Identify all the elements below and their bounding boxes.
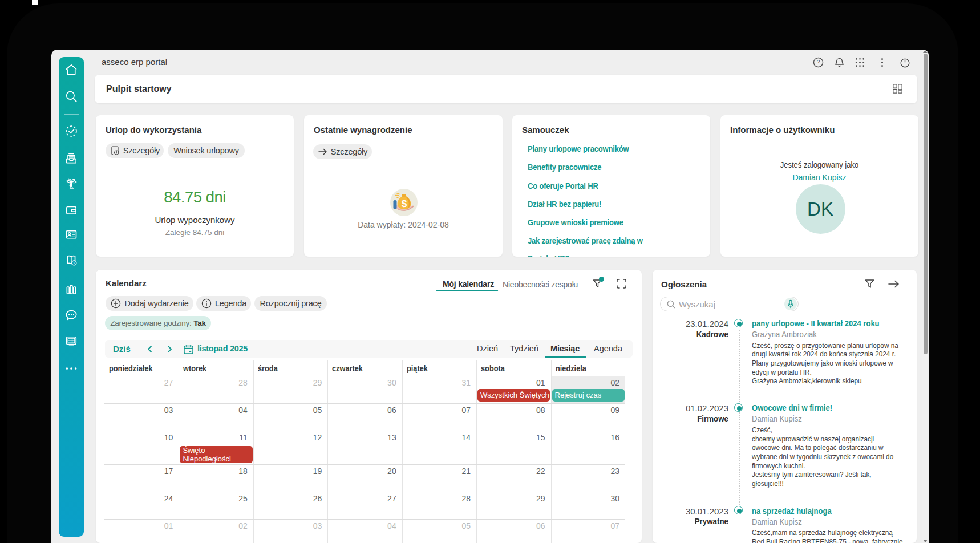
svg-text:$: $	[402, 198, 407, 209]
svg-text:?: ?	[817, 59, 820, 66]
